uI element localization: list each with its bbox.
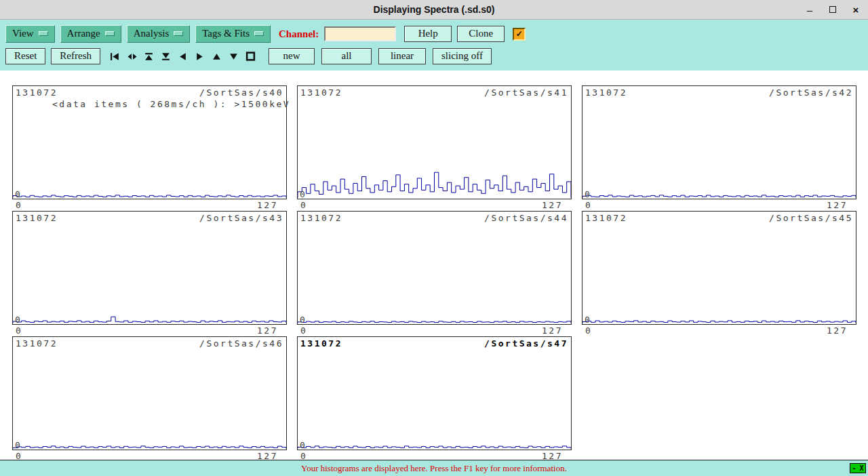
- spectra-grid: 131072 /SortSas/s40 <data items ( 268ms/…: [0, 71, 868, 460]
- toolbar-row: Reset Refresh: [0, 46, 868, 66]
- statusbar-resize-widget[interactable]: - X: [850, 463, 866, 473]
- all-button[interactable]: all: [321, 48, 372, 64]
- channel-checkbox[interactable]: ✓: [513, 28, 526, 41]
- spectrum-y0-label: 0: [300, 441, 307, 450]
- linear-button[interactable]: linear: [378, 48, 426, 64]
- spectrum-xmax-label: 127: [827, 325, 848, 336]
- spectrum-xmin-label: 0: [16, 451, 22, 460]
- spectrum-path-label: /SortSas/s43: [199, 213, 283, 223]
- mode-button-group: new all linear slicing off: [269, 48, 492, 64]
- spectrum-path-label: /SortSas/s46: [199, 338, 283, 349]
- spectrum-plot[interactable]: 131072 /SortSas/s42 0: [582, 85, 856, 199]
- spectrum-y0-label: 0: [15, 191, 22, 199]
- minimize-icon[interactable]: –: [804, 4, 815, 15]
- spectrum-x-axis: 0 127: [12, 325, 287, 336]
- spectrum-plot[interactable]: 131072 /SortSas/s47 0: [297, 336, 572, 450]
- toolbar: View Arrange Analysis Tags & Fits Channe…: [0, 20, 868, 71]
- spectrum-ymax-label: 131072: [585, 213, 627, 223]
- channel-input[interactable]: [324, 26, 396, 41]
- menu-view[interactable]: View: [5, 25, 55, 43]
- clone-button[interactable]: Clone: [457, 26, 505, 42]
- statusbar-minimize-icon[interactable]: -: [850, 464, 858, 473]
- spectrum-ymax-label: 131072: [16, 213, 58, 223]
- refresh-button[interactable]: Refresh: [51, 48, 100, 64]
- spectrum-x-axis: 0 127: [582, 199, 856, 211]
- spectrum-path-label: /SortSas/s45: [769, 213, 853, 223]
- menu-analysis-label: Analysis: [134, 28, 170, 39]
- spectrum-xmin-label: 0: [585, 325, 592, 336]
- spectrum-histogram: [298, 212, 571, 324]
- spectrum-xmax-label: 127: [257, 325, 278, 336]
- spectrum-xmax-label: 127: [257, 200, 278, 211]
- slicing-button[interactable]: slicing off: [433, 48, 492, 64]
- window-controls: – ×: [804, 0, 861, 19]
- spectrum-histogram: [583, 212, 856, 324]
- menu-analysis[interactable]: Analysis: [127, 25, 191, 43]
- spectrum-ymax-label: 131072: [300, 338, 342, 349]
- window-title: Displaying Spectra (.sd.s0): [374, 4, 495, 15]
- spectrum-cell: 131072 /SortSas/s41 0 0 127: [297, 85, 572, 211]
- spectrum-plot[interactable]: 131072 /SortSas/s40 <data items ( 268ms/…: [12, 85, 287, 199]
- spectrum-xmax-label: 127: [542, 200, 563, 211]
- statusbar-close-icon[interactable]: X: [858, 464, 865, 473]
- menu-tags-fits-label: Tags & Fits: [202, 28, 250, 39]
- spectrum-histogram: [583, 86, 856, 199]
- reset-button[interactable]: Reset: [5, 48, 45, 64]
- spectrum-xmin-label: 0: [300, 451, 307, 460]
- close-icon[interactable]: ×: [850, 4, 861, 15]
- menu-tags-fits[interactable]: Tags & Fits: [195, 25, 271, 43]
- spectrum-histogram: [298, 337, 571, 450]
- menu-indicator-icon: [174, 31, 183, 36]
- check-icon: ✓: [516, 29, 523, 39]
- spectrum-x-axis: 0 127: [297, 325, 572, 336]
- spectrum-path-label: /SortSas/s42: [769, 87, 853, 98]
- spectrum-xmax-label: 127: [542, 325, 563, 336]
- spectrum-plot[interactable]: 131072 /SortSas/s44 0: [297, 211, 572, 325]
- maximize-icon[interactable]: [827, 4, 838, 15]
- spectrum-cell: 131072 /SortSas/s47 0 0 127: [297, 336, 572, 460]
- spectrum-path-label: /SortSas/s44: [484, 213, 568, 223]
- maximize-box-glyph: [829, 6, 836, 13]
- full-view-icon[interactable]: [243, 49, 259, 63]
- spectrum-histogram: [13, 337, 286, 450]
- menu-arrange[interactable]: Arrange: [60, 25, 121, 43]
- spectrum-x-axis: 0 127: [582, 325, 856, 336]
- spectrum-x-axis: 0 127: [12, 199, 287, 211]
- spectrum-plot[interactable]: 131072 /SortSas/s45 0: [582, 211, 856, 325]
- menu-arrange-label: Arrange: [67, 28, 100, 39]
- menu-indicator-icon: [105, 31, 115, 36]
- scroll-right-icon[interactable]: [192, 49, 208, 63]
- spectrum-plot[interactable]: 131072 /SortSas/s41 0: [297, 85, 572, 199]
- spectrum-y0-label: 0: [15, 316, 22, 324]
- spectrum-xmax-label: 127: [542, 451, 563, 460]
- help-button[interactable]: Help: [404, 26, 452, 42]
- titlebar: Displaying Spectra (.sd.s0) – ×: [0, 0, 868, 20]
- skip-to-start-icon[interactable]: [107, 49, 123, 63]
- spectrum-path-label: /SortSas/s41: [484, 87, 568, 98]
- spectrum-x-axis: 0 127: [297, 450, 572, 460]
- spectrum-cell: 131072 /SortSas/s44 0 0 127: [297, 211, 572, 336]
- spectrum-cell: 131072 /SortSas/s43 0 0 127: [12, 211, 287, 336]
- scroll-to-bottom-icon[interactable]: [158, 49, 174, 63]
- spectrum-cell: 131072 /SortSas/s45 0 0 127: [582, 211, 856, 336]
- spectrum-ymax-label: 131072: [585, 87, 627, 98]
- expand-horizontal-icon[interactable]: [124, 49, 140, 63]
- spectrum-x-axis: 0 127: [12, 450, 287, 460]
- spectrum-y0-label: 0: [585, 191, 591, 199]
- scroll-up-icon[interactable]: [209, 49, 225, 63]
- scroll-down-icon[interactable]: [226, 49, 242, 63]
- scroll-to-top-icon[interactable]: [141, 49, 157, 63]
- status-message: Your histograms are displayed here. Pres…: [301, 463, 567, 474]
- menu-indicator-icon: [254, 31, 264, 36]
- spectrum-ymax-label: 131072: [300, 213, 342, 223]
- spectrum-cell: 131072 /SortSas/s46 0 0 127: [12, 336, 287, 460]
- spectrum-xmin-label: 0: [16, 325, 22, 336]
- spectrum-xmin-label: 0: [585, 200, 592, 211]
- spectrum-plot[interactable]: 131072 /SortSas/s46 0: [12, 336, 287, 450]
- spectrum-path-label: /SortSas/s40: [199, 87, 283, 98]
- spectrum-ymax-label: 131072: [16, 338, 58, 349]
- spectrum-xmax-label: 127: [257, 451, 278, 460]
- spectrum-plot[interactable]: 131072 /SortSas/s43 0: [12, 211, 287, 325]
- scroll-left-icon[interactable]: [175, 49, 191, 63]
- new-button[interactable]: new: [269, 48, 315, 64]
